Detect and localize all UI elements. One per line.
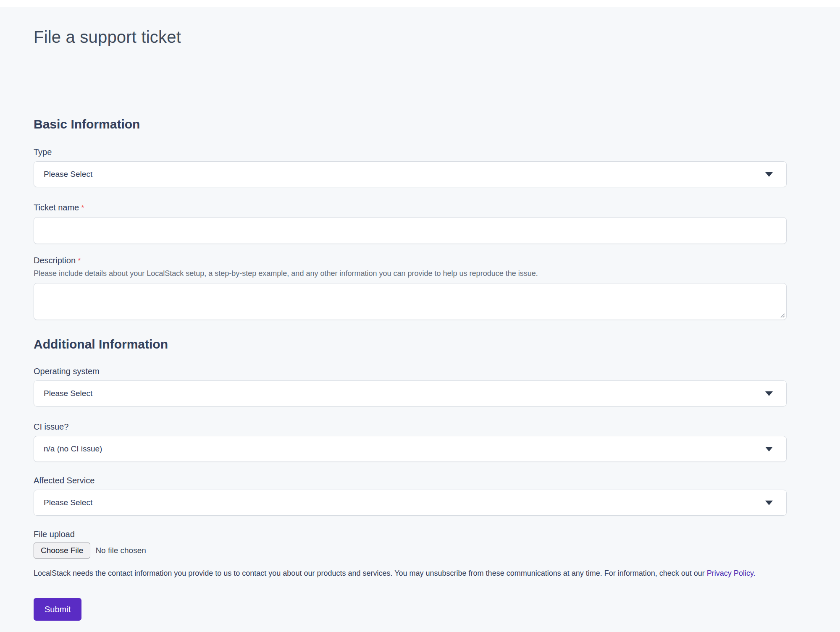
operating-system-label: Operating system [34, 366, 787, 376]
description-label: Description* [34, 255, 787, 266]
support-ticket-form: File a support ticket Basic Information … [34, 27, 787, 621]
ticket-name-label: Ticket name* [34, 202, 787, 213]
top-edge-strip [0, 0, 840, 7]
ci-issue-label: CI issue? [34, 422, 787, 432]
privacy-note: LocalStack needs the contact information… [34, 569, 787, 578]
affected-service-select[interactable]: Please Select [34, 490, 787, 516]
section-heading-basic-information: Basic Information [34, 117, 787, 132]
file-upload-status: No file chosen [95, 546, 146, 555]
chevron-down-icon [765, 447, 773, 451]
chevron-down-icon [765, 501, 773, 505]
operating-system-select[interactable]: Please Select [34, 380, 787, 406]
required-asterisk: * [78, 256, 81, 265]
type-label: Type [34, 147, 787, 157]
file-upload-input: Choose File No file chosen [34, 543, 787, 559]
ci-issue-select-value: n/a (no CI issue) [44, 444, 102, 454]
section-heading-additional-information: Additional Information [34, 337, 787, 352]
description-help-text: Please include details about your LocalS… [34, 269, 787, 278]
submit-button[interactable]: Submit [34, 598, 81, 621]
choose-file-button[interactable]: Choose File [34, 543, 90, 559]
description-textarea[interactable] [34, 283, 787, 320]
privacy-note-text: LocalStack needs the contact information… [34, 569, 707, 577]
privacy-policy-link[interactable]: Privacy Policy. [707, 569, 756, 577]
chevron-down-icon [765, 172, 773, 177]
affected-service-label: Affected Service [34, 475, 787, 485]
description-textarea-wrap [34, 283, 787, 320]
type-select[interactable]: Please Select [34, 161, 787, 187]
file-upload-label: File upload [34, 529, 787, 539]
chevron-down-icon [765, 391, 773, 396]
affected-service-select-value: Please Select [44, 498, 92, 507]
ci-issue-select[interactable]: n/a (no CI issue) [34, 436, 787, 462]
type-select-value: Please Select [44, 170, 92, 179]
page-title: File a support ticket [34, 27, 787, 47]
required-asterisk: * [81, 203, 84, 212]
ticket-name-input[interactable] [34, 217, 787, 244]
operating-system-select-value: Please Select [44, 389, 92, 398]
